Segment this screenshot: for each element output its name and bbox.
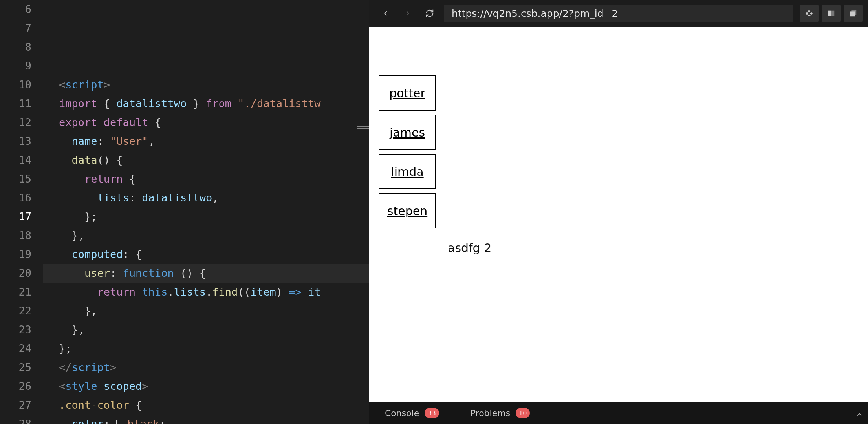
code-line[interactable]: }; xyxy=(43,207,369,226)
line-number: 21 xyxy=(0,283,31,302)
code-line[interactable]: lists: datalisttwo, xyxy=(43,188,369,207)
new-window-button[interactable] xyxy=(844,5,863,22)
code-content[interactable]: <script>import { datalisttwo } from "./d… xyxy=(43,0,369,424)
line-number: 6 xyxy=(0,0,31,19)
code-line[interactable]: return this.lists.find((item) => it xyxy=(43,283,369,302)
list-item-link[interactable]: potter xyxy=(389,86,425,100)
list-item: potter xyxy=(379,75,436,111)
svg-rect-3 xyxy=(850,11,855,16)
code-line[interactable]: return { xyxy=(43,170,369,188)
problems-count-badge: 10 xyxy=(516,408,530,418)
line-number: 22 xyxy=(0,302,31,320)
code-line[interactable]: }, xyxy=(43,320,369,339)
forward-button[interactable] xyxy=(400,5,416,21)
toolbar-right xyxy=(800,5,863,22)
console-tab[interactable]: Console 33 xyxy=(385,408,439,418)
extra-text: asdfg 2 xyxy=(448,241,491,255)
line-number: 16 xyxy=(0,188,31,207)
code-line[interactable]: <style scoped> xyxy=(43,377,369,396)
console-label: Console xyxy=(385,408,419,418)
panel-layout-button[interactable] xyxy=(822,5,841,22)
line-number: 25 xyxy=(0,358,31,377)
line-number: 12 xyxy=(0,113,31,132)
line-number: 24 xyxy=(0,339,31,358)
line-number: 14 xyxy=(0,151,31,170)
line-number: 26 xyxy=(0,377,31,396)
chevron-down-icon xyxy=(855,411,863,419)
line-number: 17 xyxy=(0,207,31,226)
codesandbox-icon xyxy=(805,9,813,18)
code-line[interactable]: }; xyxy=(43,339,369,358)
list-item-link[interactable]: stepen xyxy=(387,204,427,218)
line-number: 13 xyxy=(0,132,31,151)
multi-window-icon xyxy=(849,9,857,18)
code-line[interactable]: name: "User", xyxy=(43,132,369,151)
code-line[interactable]: export default { xyxy=(43,113,369,132)
code-line[interactable]: user: function () { xyxy=(43,264,369,283)
line-number: 9 xyxy=(0,57,31,75)
bottom-panel: Console 33 Problems 10 xyxy=(369,402,868,424)
line-number: 8 xyxy=(0,38,31,57)
line-number: 19 xyxy=(0,245,31,264)
preview-viewport[interactable]: potterjameslimdastepenasdfg 2 xyxy=(369,27,868,402)
svg-rect-1 xyxy=(831,11,834,16)
list-item-link[interactable]: limda xyxy=(391,165,423,179)
chevron-left-icon xyxy=(382,9,390,17)
code-editor-pane[interactable]: 6789101112131415161718192021222324252627… xyxy=(0,0,369,424)
list-item: james xyxy=(379,115,436,150)
code-line[interactable]: }, xyxy=(43,226,369,245)
chevron-right-icon xyxy=(404,9,412,17)
line-number: 28 xyxy=(0,415,31,424)
list-item-link[interactable]: james xyxy=(390,126,425,139)
address-bar[interactable]: https://vq2n5.csb.app/2?pm_id=2 xyxy=(444,5,793,22)
code-line[interactable]: color: black; xyxy=(43,415,369,424)
code-line[interactable] xyxy=(43,57,369,75)
problems-label: Problems xyxy=(471,408,510,418)
code-line[interactable]: </script> xyxy=(43,358,369,377)
code-line[interactable]: data() { xyxy=(43,151,369,170)
line-number: 23 xyxy=(0,320,31,339)
console-count-badge: 33 xyxy=(425,408,439,418)
line-number: 11 xyxy=(0,94,31,113)
preview-pane: https://vq2n5.csb.app/2?pm_id=2 potterja… xyxy=(369,0,868,424)
code-line[interactable]: import { datalisttwo } from "./datalistt… xyxy=(43,94,369,113)
expand-panel-button[interactable] xyxy=(855,409,863,419)
line-number: 20 xyxy=(0,264,31,283)
code-line[interactable]: computed: { xyxy=(43,245,369,264)
line-number: 7 xyxy=(0,19,31,38)
code-line[interactable]: }, xyxy=(43,302,369,320)
list-item: limda xyxy=(379,154,436,189)
codesandbox-button[interactable] xyxy=(800,5,819,22)
line-number: 18 xyxy=(0,226,31,245)
back-button[interactable] xyxy=(378,5,394,21)
url-text: https://vq2n5.csb.app/2?pm_id=2 xyxy=(452,8,618,19)
line-number: 15 xyxy=(0,170,31,188)
problems-tab[interactable]: Problems 10 xyxy=(471,408,530,418)
line-number-gutter: 6789101112131415161718192021222324252627… xyxy=(0,0,43,424)
line-number: 27 xyxy=(0,396,31,415)
reload-icon xyxy=(425,9,434,18)
reload-button[interactable] xyxy=(422,5,438,21)
svg-rect-0 xyxy=(828,11,831,16)
panel-icon xyxy=(827,9,835,18)
browser-toolbar: https://vq2n5.csb.app/2?pm_id=2 xyxy=(369,0,868,27)
list-item: stepen xyxy=(379,193,436,228)
code-line[interactable]: <script> xyxy=(43,75,369,94)
line-number: 10 xyxy=(0,75,31,94)
code-line[interactable]: .cont-color { xyxy=(43,396,369,415)
